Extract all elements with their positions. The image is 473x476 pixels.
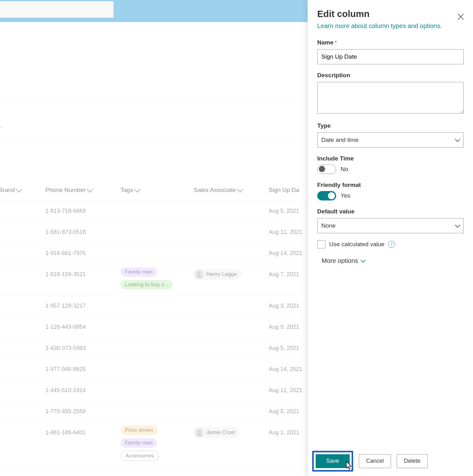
date-cell: Aug 9, 2021 xyxy=(269,324,299,330)
date-cell: Aug 14, 2021 xyxy=(269,250,302,257)
date-cell: Aug 5, 2021 xyxy=(269,208,299,214)
type-select[interactable]: Date and time xyxy=(317,132,464,148)
table-row[interactable]: 1-581-873-0518Aug 11, 2021 xyxy=(0,222,307,243)
default-value-select[interactable]: None xyxy=(317,218,464,233)
toggle-value: Yes xyxy=(341,192,350,199)
column-header-tags[interactable]: Tags xyxy=(120,187,139,194)
associate-name: Henry Legge xyxy=(206,271,237,277)
date-cell: Aug 5, 2021 xyxy=(269,345,299,351)
associate-chip[interactable]: Jamie Crust xyxy=(194,427,239,438)
delete-button[interactable]: Delete xyxy=(397,454,428,468)
edit-column-panel: Edit column Learn more about column type… xyxy=(307,0,473,476)
table-row[interactable]: 1-445-510-1914Aug 11, 2021 xyxy=(0,380,307,401)
include-time-toggle[interactable] xyxy=(317,165,336,174)
column-headers: Brand Phone Number Tags Sales Associate … xyxy=(0,187,307,197)
tag-pill[interactable]: Family man xyxy=(120,438,157,448)
phone-cell: 1-581-873-0518 xyxy=(45,229,86,235)
description-input[interactable] xyxy=(317,82,464,113)
phone-cell: 1-126-443-0854 xyxy=(45,324,86,330)
include-time-label: Include Time xyxy=(317,155,354,162)
date-cell: Aug 1, 2021 xyxy=(269,429,299,436)
required-mark: * xyxy=(335,40,337,45)
avatar-icon xyxy=(195,428,204,437)
phone-cell: 1-916-661-7976 xyxy=(45,250,86,257)
associate-name: Jamie Crust xyxy=(206,429,235,436)
tag-pill[interactable]: Price driven xyxy=(120,426,158,435)
tag-pill[interactable]: Looking to buy s... xyxy=(120,280,173,289)
table-row[interactable]: 1-481-185-6401Aug 1, 2021Price drivenFam… xyxy=(0,422,307,469)
panel-footer: Save Cancel Delete xyxy=(308,446,473,476)
phone-cell: 1-770-455-2559 xyxy=(45,408,86,415)
phone-cell: 1-977-946-8825 xyxy=(45,366,86,373)
table-body: 1-813-718-6669Aug 5, 20211-581-873-0518A… xyxy=(0,200,307,476)
tags-cell: Price drivenFamily manAccessories xyxy=(120,426,159,461)
date-cell: Aug 5, 2021 xyxy=(269,408,299,415)
date-cell: Aug 3, 2021 xyxy=(269,303,299,309)
phone-cell: 1-445-510-1914 xyxy=(45,387,86,394)
table-row[interactable]: 1-977-946-8825Aug 14, 2021 xyxy=(0,359,307,380)
table-row[interactable]: 1-813-718-6669Aug 5, 2021 xyxy=(0,200,307,222)
chevron-down-icon xyxy=(455,137,460,142)
phone-cell: 1-957-129-3217 xyxy=(45,303,86,309)
info-icon[interactable]: i xyxy=(388,241,395,248)
table-row[interactable]: 1-770-455-2559Aug 5, 2021 xyxy=(0,401,307,422)
panel-title: Edit column xyxy=(317,9,464,19)
name-label: Name xyxy=(317,39,334,46)
more-options-label: More options xyxy=(322,257,358,264)
chevron-down-icon xyxy=(237,186,243,193)
phone-cell: 1-481-185-6401 xyxy=(45,429,86,436)
save-button[interactable]: Save xyxy=(316,454,350,468)
use-calculated-checkbox[interactable] xyxy=(317,240,325,248)
column-header-sign-up-date[interactable]: Sign Up Da xyxy=(269,187,299,194)
save-highlight: Save xyxy=(312,451,353,472)
default-value-label: Default value xyxy=(317,208,354,215)
learn-more-link[interactable]: Learn more about column types and option… xyxy=(317,22,464,30)
column-label: Tags xyxy=(120,187,133,194)
search-input[interactable] xyxy=(0,1,114,18)
chevron-down-icon xyxy=(134,186,140,193)
avatar-icon xyxy=(195,270,204,279)
associate-chip[interactable]: Henry Legge xyxy=(194,269,241,280)
column-label: Brand xyxy=(0,187,15,194)
column-header-sales-associate[interactable]: Sales Associate xyxy=(194,187,242,194)
chevron-down-icon xyxy=(16,186,22,193)
table-row[interactable]: 1-916-661-7976Aug 14, 2021 xyxy=(0,243,307,264)
table-row[interactable]: 1-957-129-3217Aug 3, 2021 xyxy=(0,295,307,316)
divider xyxy=(0,139,307,139)
chevron-down-icon xyxy=(360,258,365,263)
column-label: Phone Number xyxy=(45,187,86,194)
date-cell: Aug 11, 2021 xyxy=(269,229,302,235)
chevron-down-icon xyxy=(455,223,460,228)
description-label: Description xyxy=(317,72,350,78)
truncated-text: .. xyxy=(0,122,3,129)
select-value: Date and time xyxy=(321,136,359,143)
column-header-phone[interactable]: Phone Number xyxy=(45,187,92,194)
select-value: None xyxy=(321,222,336,229)
date-cell: Aug 7, 2021 xyxy=(269,271,299,278)
table-row[interactable]: 1-618-454-2830Aug 5, 2021 xyxy=(0,469,307,476)
more-options-toggle[interactable]: More options xyxy=(322,257,464,264)
use-calculated-label: Use calculated value xyxy=(329,241,384,248)
close-icon[interactable] xyxy=(457,13,465,21)
type-label: Type xyxy=(317,122,331,129)
cancel-button[interactable]: Cancel xyxy=(359,454,391,468)
tag-pill[interactable]: Accessories xyxy=(120,451,159,461)
column-label: Sales Associate xyxy=(194,187,236,194)
tags-cell: Family manLooking to buy s... xyxy=(120,267,173,289)
list-main: .. Brand Phone Number Tags Sales Associa… xyxy=(0,22,307,476)
table-row[interactable]: 1-618-159-3521Aug 7, 2021Family manLooki… xyxy=(0,264,307,295)
table-row[interactable]: 1-430-373-5983Aug 5, 2021 xyxy=(0,338,307,359)
column-header-brand[interactable]: Brand xyxy=(0,187,21,194)
date-cell: Aug 14, 2021 xyxy=(269,366,302,373)
friendly-format-toggle[interactable] xyxy=(317,191,336,200)
date-cell: Aug 11, 2021 xyxy=(269,387,302,394)
divider xyxy=(0,102,307,103)
friendly-format-label: Friendly format xyxy=(317,182,361,188)
phone-cell: 1-618-159-3521 xyxy=(45,271,86,278)
name-input[interactable] xyxy=(317,49,464,64)
column-label: Sign Up Da xyxy=(269,187,299,194)
toggle-value: No xyxy=(341,166,348,173)
tag-pill[interactable]: Family man xyxy=(120,267,157,277)
table-row[interactable]: 1-126-443-0854Aug 9, 2021 xyxy=(0,316,307,338)
phone-cell: 1-813-718-6669 xyxy=(45,208,86,214)
